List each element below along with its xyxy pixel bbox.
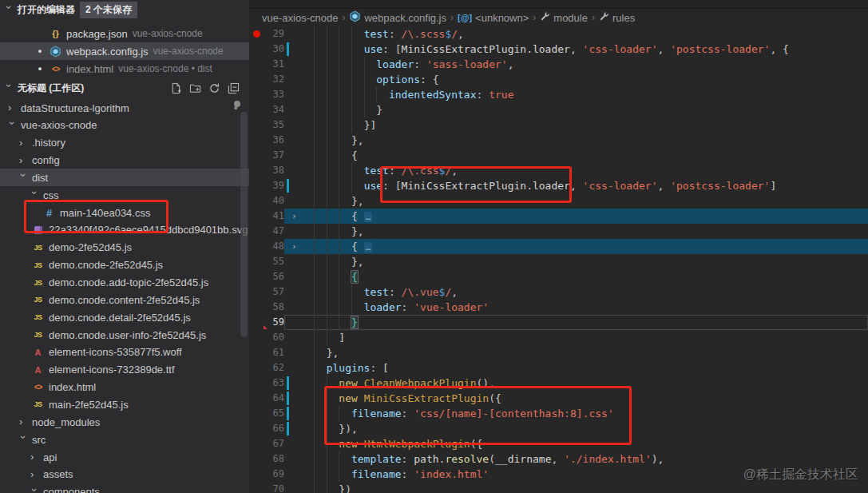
code-line-body[interactable]: options: { [284, 72, 868, 87]
code-line-body[interactable]: indentedSyntax: true [284, 87, 868, 102]
line-number[interactable]: 55 [264, 254, 284, 269]
breakpoint-gutter[interactable] [249, 133, 264, 148]
breakpoint-gutter[interactable] [249, 254, 264, 269]
code-line[interactable]: 62 plugins: [ [249, 360, 868, 376]
breadcrumb-item[interactable]: webpack.config.js [349, 10, 446, 25]
line-number[interactable]: 37 [264, 148, 284, 163]
line-number[interactable]: 64 [264, 391, 284, 406]
refresh-icon[interactable] [208, 82, 220, 94]
line-number[interactable]: 32 [264, 72, 284, 87]
line-number[interactable]: 66 [264, 421, 284, 436]
code-line[interactable]: 55 }, [249, 254, 868, 269]
code-line[interactable]: 58 loader: 'vue-loader' [249, 300, 868, 315]
code-line-body[interactable]: plugins: [ [284, 360, 868, 376]
line-number[interactable]: 38 [264, 163, 284, 178]
code-line[interactable]: 68 template: path.resolve(__dirname, './… [249, 451, 868, 467]
code-line-body[interactable]: use: [MiniCssExtractPlugin.loader, 'css-… [284, 178, 868, 193]
breakpoint-gutter[interactable] [249, 178, 264, 193]
open-editors-header[interactable]: › 打开的编辑器 2 个未保存 [0, 0, 249, 19]
tree-item[interactable]: JSdemo.cnode-2fe52d45.js [0, 256, 249, 274]
tree-item[interactable]: JSdemo-2fe52d45.js [0, 239, 249, 256]
sidebar-scrollbar[interactable] [240, 112, 248, 337]
code-line-body[interactable]: › { … [284, 239, 868, 254]
breakpoint-gutter[interactable] [249, 482, 264, 493]
code-line-body[interactable]: }, [284, 133, 868, 148]
fold-chevron-icon[interactable]: › [291, 239, 297, 254]
breakpoint-gutter[interactable] [249, 315, 264, 330]
code-line-body[interactable]: }, [284, 345, 868, 360]
code-line[interactable]: 37 { [249, 148, 868, 163]
line-number[interactable]: 63 [264, 376, 284, 391]
code-line-body[interactable]: }) [284, 482, 868, 493]
line-number[interactable]: 29 [264, 26, 284, 42]
code-line-body[interactable]: }, [284, 193, 868, 209]
code-line-body[interactable]: }, [284, 254, 868, 269]
line-number[interactable]: 35 [264, 117, 284, 133]
fold-chevron-icon[interactable]: › [291, 209, 297, 224]
code-line-body[interactable]: test: /\.vue$/, [284, 284, 868, 300]
code-line-body[interactable]: } [284, 102, 868, 117]
code-line-body[interactable]: ] [284, 330, 868, 345]
code-line-body[interactable]: test: /\.css$/, [284, 163, 868, 178]
code-line[interactable]: 57 test: /\.vue$/, [249, 284, 868, 300]
breakpoint-gutter[interactable] [249, 467, 264, 482]
breakpoint-gutter[interactable] [249, 376, 264, 391]
breakpoint-gutter[interactable] [249, 330, 264, 345]
code-line[interactable]: 41› { … [249, 209, 868, 224]
breakpoint-gutter[interactable] [249, 57, 264, 72]
line-number[interactable]: 30 [264, 42, 284, 57]
new-folder-icon[interactable] [189, 82, 201, 94]
open-editor-item[interactable]: {}package.jsonvue-axios-cnode [0, 25, 249, 42]
breakpoint-gutter[interactable] [249, 239, 264, 254]
code-line-body[interactable]: loader: 'sass-loader', [284, 57, 868, 72]
tree-item[interactable]: Aelement-icons-535877f5.woff [0, 344, 249, 361]
new-file-icon[interactable] [170, 82, 182, 94]
tree-folder-src[interactable]: ›src [0, 431, 249, 448]
tree-item[interactable]: JSdemo.cnode.content-2fe52d45.js [0, 291, 249, 308]
breakpoint-gutter[interactable] [249, 87, 264, 102]
line-number[interactable]: 31 [264, 57, 284, 72]
tree-folder-dataStructurea-lgorithm[interactable]: ›dataStructurea-lgorithm● [0, 99, 249, 117]
breakpoint-gutter[interactable] [249, 26, 264, 42]
line-number[interactable]: 58 [264, 300, 284, 315]
breakpoint-gutter[interactable] [249, 451, 264, 467]
open-editor-item[interactable]: ●webpack.config.jsvue-axios-cnode [0, 42, 249, 60]
breakpoint-gutter[interactable] [249, 163, 264, 178]
code-line[interactable]: 70 }) [249, 482, 868, 493]
breakpoint-gutter[interactable] [249, 42, 264, 57]
code-line[interactable]: 30 use: [MiniCssExtractPlugin.loader, 'c… [249, 42, 868, 57]
code-line-body[interactable]: template: path.resolve(__dirname, './ind… [284, 451, 868, 467]
line-number[interactable]: 59 [264, 315, 284, 330]
tree-item[interactable]: JSdemo.cnode.add-topic-2fe52d45.js [0, 274, 249, 292]
tree-item[interactable]: JSdemo.cnode.detail-2fe52d45.js [0, 308, 249, 326]
breadcrumb-item[interactable]: rules [599, 11, 635, 24]
breakpoint-gutter[interactable] [249, 345, 264, 360]
line-number[interactable]: 67 [264, 436, 284, 451]
breakpoint-gutter[interactable] [249, 391, 264, 406]
breakpoint-gutter[interactable] [249, 436, 264, 451]
breakpoint-gutter[interactable] [249, 269, 264, 284]
code-line[interactable]: 60 ] [249, 330, 868, 345]
code-line[interactable]: 47 }, [249, 224, 868, 239]
line-number[interactable]: 62 [264, 360, 284, 376]
collapse-all-icon[interactable] [228, 82, 240, 94]
line-number[interactable]: 65 [264, 406, 284, 421]
code-line-body[interactable]: › { … [284, 209, 868, 224]
code-line[interactable]: 35 }] [249, 117, 868, 133]
code-line[interactable]: 34 } [249, 102, 868, 117]
code-line[interactable]: 59 } [249, 315, 868, 330]
workspace-header[interactable]: › 无标题 (工作区) [0, 78, 249, 97]
line-number[interactable]: 36 [264, 133, 284, 148]
line-number[interactable]: 61 [264, 345, 284, 360]
breakpoint-gutter[interactable] [249, 224, 264, 239]
line-number[interactable]: 56 [264, 269, 284, 284]
code-line[interactable]: 48› { … [249, 239, 868, 254]
tree-folder-api[interactable]: ›api [0, 448, 249, 466]
tree-folder-config[interactable]: ›config [0, 152, 249, 169]
line-number[interactable]: 48 [264, 239, 284, 254]
code-line-body[interactable]: { [284, 148, 868, 163]
breakpoint-gutter[interactable] [249, 300, 264, 315]
code-line-body[interactable]: use: [MiniCssExtractPlugin.loader, 'css-… [284, 42, 868, 57]
code-line-body[interactable]: }, [284, 224, 868, 239]
tree-item[interactable]: JSdemo.cnode.user-info-2fe52d45.js [0, 326, 249, 344]
